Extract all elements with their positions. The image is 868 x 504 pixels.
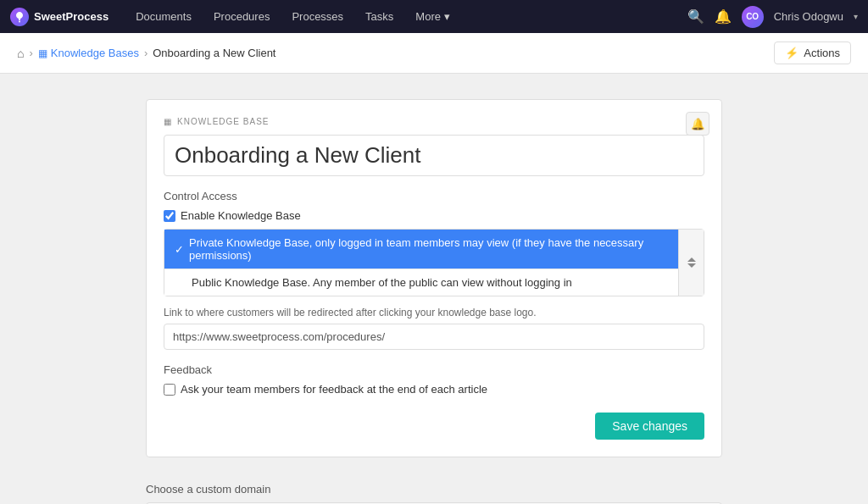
dropdown-option-private[interactable]: ✓ Private Knowledge Base, only logged in…: [164, 230, 704, 269]
feedback-label: Feedback: [164, 363, 704, 376]
brand-icon: [10, 8, 29, 26]
enable-kb-checkbox[interactable]: [164, 210, 175, 222]
avatar-initials: CO: [746, 12, 759, 21]
kb-grid-icon: ▦: [38, 47, 47, 59]
arrow-down-icon: [687, 263, 696, 268]
feedback-section: Feedback Ask your team members for feedb…: [164, 363, 704, 396]
nav-more[interactable]: More ▾: [405, 7, 460, 26]
breadcrumb-kb-label: Knowledge Bases: [51, 47, 139, 59]
visibility-dropdown: ✓ Private Knowledge Base, only logged in…: [164, 229, 704, 296]
search-icon[interactable]: 🔍: [687, 8, 704, 25]
svg-point-0: [19, 20, 20, 22]
dropdown-open-panel: ✓ Private Knowledge Base, only logged in…: [164, 229, 704, 296]
kb-label-icon: ▦: [164, 117, 172, 126]
arrow-up-icon: [687, 258, 696, 262]
kb-section-label: ▦ KNOWLEDGE BASE: [164, 117, 704, 126]
breadcrumb-bar: ⌂ › ▦ Knowledge Bases › Onboarding a New…: [0, 33, 868, 74]
kb-section: ▦ KNOWLEDGE BASE 🔔 Control Access Enable…: [146, 99, 722, 457]
username-chevron-icon: ▾: [854, 12, 858, 21]
nav-processes[interactable]: Processes: [281, 7, 353, 26]
notification-bell-button[interactable]: 🔔: [686, 112, 709, 136]
redirect-label: Link to where customers will be redirect…: [164, 307, 704, 318]
feedback-checkbox[interactable]: [164, 384, 175, 396]
custom-domain-section: Choose a custom domain Important Notice …: [146, 483, 722, 504]
save-row: Save changes: [164, 413, 704, 440]
avatar: CO: [742, 6, 764, 28]
actions-button[interactable]: ⚡ Actions: [774, 42, 851, 64]
nav-documents[interactable]: Documents: [125, 7, 202, 26]
brand-name: SweetProcess: [34, 10, 108, 23]
nav-procedures[interactable]: Procedures: [203, 7, 280, 26]
feedback-option-label: Ask your team members for feedback at th…: [181, 383, 487, 396]
more-chevron-icon: ▾: [444, 10, 450, 23]
home-icon[interactable]: ⌂: [17, 47, 24, 60]
control-access-label: Control Access: [164, 190, 704, 202]
custom-domain-label: Choose a custom domain: [146, 483, 722, 496]
lightning-icon: ⚡: [785, 47, 798, 59]
dropdown-option-private-label: Private Knowledge Base, only logged in t…: [189, 236, 693, 262]
enable-kb-label: Enable Knowledge Base: [181, 209, 301, 222]
brand: SweetProcess: [10, 8, 108, 26]
breadcrumb-sep2: ›: [144, 47, 147, 59]
actions-label: Actions: [804, 47, 840, 59]
breadcrumb-current: Onboarding a New Client: [153, 47, 275, 59]
breadcrumb: ⌂ › ▦ Knowledge Bases › Onboarding a New…: [17, 47, 275, 60]
breadcrumb-kb-link[interactable]: ▦ Knowledge Bases: [38, 47, 139, 59]
nav-tasks[interactable]: Tasks: [355, 7, 403, 26]
enable-kb-row: Enable Knowledge Base: [164, 209, 704, 222]
breadcrumb-sep1: ›: [29, 47, 32, 59]
bell-notification-icon: 🔔: [691, 118, 705, 130]
navbar: SweetProcess Documents Procedures Proces…: [0, 0, 868, 33]
dropdown-option-public-label: Public Knowledge Base. Any member of the…: [192, 276, 572, 289]
feedback-row: Ask your team members for feedback at th…: [164, 383, 704, 396]
kb-title-input[interactable]: [164, 135, 704, 176]
main-content: ▦ KNOWLEDGE BASE 🔔 Control Access Enable…: [129, 99, 739, 504]
nav-links: Documents Procedures Processes Tasks Mor…: [125, 7, 683, 26]
redirect-url-input[interactable]: [164, 324, 704, 350]
dropdown-option-public[interactable]: Public Knowledge Base. Any member of the…: [164, 269, 704, 296]
nav-right: 🔍 🔔 CO Chris Odogwu ▾: [687, 6, 858, 28]
dropdown-chevron-button[interactable]: [678, 230, 704, 296]
check-icon: ✓: [175, 243, 184, 256]
bell-icon[interactable]: 🔔: [715, 8, 732, 25]
nav-username[interactable]: Chris Odogwu: [774, 10, 843, 23]
save-changes-button[interactable]: Save changes: [595, 413, 704, 440]
